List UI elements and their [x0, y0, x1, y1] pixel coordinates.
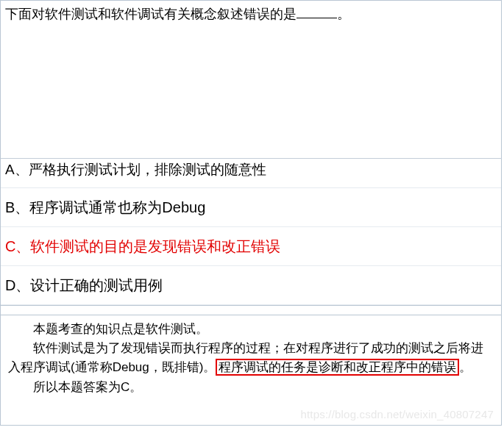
- option-a[interactable]: A、严格执行测试计划，排除测试的随意性: [1, 159, 501, 188]
- option-c[interactable]: C、软件测试的目的是发现错误和改正错误: [1, 227, 501, 266]
- explanation-panel: 本题考查的知识点是软件测试。 软件测试是为了发现错误而执行程序的过程；在对程序进…: [0, 315, 502, 426]
- explanation-line2-end: 。: [459, 360, 472, 374]
- question-stem-prefix: 下面对软件测试和软件调试有关概念叙述错误的是: [5, 7, 297, 21]
- options-panel: A、严格执行测试计划，排除测试的随意性 B、程序调试通常也称为Debug C、软…: [0, 159, 502, 305]
- explanation-highlight: 程序调试的任务是诊断和改正程序中的错误: [216, 359, 459, 376]
- watermark: https://blog.csdn.net/weixin_40807247: [300, 406, 494, 423]
- option-d[interactable]: D、设计正确的测试用例: [1, 266, 501, 305]
- fill-blank: [297, 4, 337, 18]
- option-b[interactable]: B、程序调试通常也称为Debug: [1, 188, 501, 227]
- panel-gap: [0, 305, 502, 315]
- question-stem-box: 下面对软件测试和软件调试有关概念叙述错误的是。: [0, 0, 502, 159]
- explanation-line2: 软件测试是为了发现错误而执行程序的过程；在对程序进行了成功的测试之后将进入程序调…: [8, 339, 494, 378]
- question-stem-suffix: 。: [337, 7, 350, 21]
- explanation-line1: 本题考查的知识点是软件测试。: [8, 320, 494, 339]
- explanation-line3: 所以本题答案为C。: [8, 378, 494, 397]
